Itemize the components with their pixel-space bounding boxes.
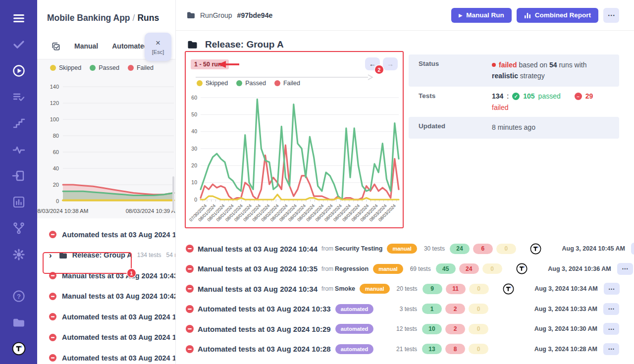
manual-run-button[interactable]: ▶ Manual Run (451, 8, 511, 23)
row-more-button[interactable]: ⋯ (604, 283, 620, 295)
legend-dot-icon (90, 65, 96, 71)
legend-label: Skipped (206, 80, 228, 87)
topbar-actions: ▶ Manual Run Combined Report ⋯ (451, 8, 619, 23)
runs-icon[interactable] (11, 63, 26, 78)
tasks-icon[interactable] (11, 37, 26, 52)
tab-manual[interactable]: Manual (74, 42, 98, 50)
steps-icon[interactable] (11, 116, 26, 131)
legend-dot-icon (274, 80, 280, 86)
pulse-icon[interactable] (11, 142, 26, 157)
reporter-logo-icon (516, 263, 528, 274)
svg-text:50: 50 (191, 111, 197, 117)
expand-chevron-icon[interactable]: › (49, 251, 52, 260)
svg-text:40: 40 (53, 165, 59, 171)
rungroup-label: RunGroup (200, 11, 232, 19)
run-title[interactable]: Manual tests at 03 Aug 2024 10:34 (198, 285, 317, 293)
breadcrumb-separator: / (133, 13, 135, 23)
profile-logo-icon[interactable] (11, 341, 26, 356)
run-title[interactable]: Automated tests at 03 Aug 2024 10:28 (198, 345, 331, 353)
panel-run-item[interactable]: › Automated tests at 03 Aug 2024 10 (37, 327, 175, 348)
bar-chart-icon (524, 12, 531, 19)
run-title[interactable]: Automated tests at 03 Aug 2024 10:29 (198, 325, 331, 333)
run-title[interactable]: Manual tests at 03 Aug 2024 10:44 (198, 245, 317, 253)
run-row-right: 30 tests 24 6 0 Aug 3, 2024 10:45 AM ⋯ (417, 243, 634, 255)
projects-icon[interactable] (11, 315, 26, 330)
close-icon[interactable]: × (156, 39, 160, 47)
runs-history-chart[interactable]: 010203040506007/30/202408/01/202408/01/2… (187, 90, 402, 226)
panel-history-chart[interactable]: 02040608010012014008/03/2024 10:38 AM08/… (37, 73, 176, 217)
svg-text:0: 0 (56, 198, 59, 204)
run-type-badge: automated (335, 324, 374, 334)
run-timestamp: Aug 3, 2024 10:33 AM (524, 306, 597, 312)
run-item-title: Automated tests at 03 Aug 2024 10 (62, 313, 175, 321)
run-item-title: Manual tests at 03 Aug 2024 10:43 (62, 272, 175, 280)
run-timestamp: Aug 3, 2024 10:30 AM (524, 325, 597, 332)
legend-label: Passed (99, 64, 119, 71)
panel-run-item[interactable]: › Manual tests at 03 Aug 2024 10:43 (37, 265, 175, 286)
more-actions-button[interactable]: ⋯ (603, 8, 619, 23)
legend-item: Skipped (50, 64, 81, 71)
run-row[interactable]: Manual tests at 03 Aug 2024 10:35 fromRe… (186, 259, 619, 279)
settings-icon[interactable] (11, 247, 26, 262)
skipped-pill: 0 (496, 244, 516, 254)
run-row[interactable]: Automated tests at 03 Aug 2024 10:28 fro… (186, 339, 619, 360)
run-row[interactable]: Automated tests at 03 Aug 2024 10:33 fro… (186, 299, 619, 319)
run-type-badge: manual (387, 244, 417, 254)
panel-run-item[interactable]: › Manual tests at 03 Aug 2024 10:42 (37, 286, 175, 307)
reporter-logo-icon (503, 283, 514, 295)
legend-label: Failed (283, 80, 300, 87)
help-icon[interactable]: ? (11, 289, 26, 304)
row-more-button[interactable]: ⋯ (603, 323, 619, 335)
row-more-button[interactable]: ⋯ (603, 303, 619, 315)
panel-run-item[interactable]: › Automated tests at 03 Aug 2024 10 (37, 224, 175, 245)
passed-pill: 45 (436, 263, 456, 274)
svg-text:08/03/2024 10:38 AM: 08/03/2024 10:38 AM (37, 208, 88, 214)
app-window: ? Mobile Banking App/Runs Manual Automat… (0, 0, 634, 364)
panel-scrollbar[interactable] (172, 176, 174, 212)
skipped-pill: 0 (469, 344, 488, 354)
combined-report-button[interactable]: Combined Report (517, 8, 598, 23)
chart-pagination: ← → (365, 57, 398, 70)
passed-pill: 13 (422, 344, 442, 354)
reports-icon[interactable] (11, 195, 26, 209)
tab-automated[interactable]: Automated (112, 42, 148, 50)
passed-pill: 9 (423, 284, 442, 294)
run-row[interactable]: Automated tests at 03 Aug 2024 10:29 fro… (186, 319, 619, 339)
run-row-right: 69 tests 45 24 0 Aug 3, 2024 10:36 AM ⋯ (403, 263, 633, 275)
close-panel-button[interactable]: × [Esc] (145, 33, 171, 61)
panel-run-item[interactable]: › Automated tests at 03 Aug 2024 1 (37, 348, 175, 364)
reporter-logo-icon (530, 243, 541, 255)
svg-text:40: 40 (191, 128, 197, 134)
failed-pill: 6 (473, 244, 493, 254)
panel-run-item[interactable]: › Release: Group A 134 tests 54 r (37, 245, 175, 266)
failed-status-icon (49, 354, 56, 362)
row-more-button[interactable]: ⋯ (631, 243, 634, 255)
panel-chart-legend: Skipped Passed Failed (37, 64, 175, 71)
tests-value: 134: ✓ 105 passed – 29 failed (492, 92, 612, 111)
failed-minus-icon: – (575, 93, 582, 100)
row-more-button[interactable]: ⋯ (603, 343, 619, 355)
run-row-right: 3 tests 1 2 0 Aug 3, 2024 10:33 AM ⋯ (389, 303, 619, 315)
run-tests-count: 21 tests (389, 346, 417, 353)
row-more-button[interactable]: ⋯ (617, 263, 633, 275)
panel-run-item[interactable]: › Automated tests at 03 Aug 2024 10 (37, 307, 175, 327)
legend-dot-icon (236, 80, 242, 86)
topbar: RunGroup #97bde94e ▶ Manual Run Combined… (176, 0, 634, 31)
next-runs-button[interactable]: → (383, 57, 398, 70)
test-plans-icon[interactable] (11, 90, 26, 104)
all-runs-tab-icon[interactable] (51, 42, 60, 51)
prev-runs-button[interactable]: ← (365, 57, 380, 70)
reporter-logo-slot (516, 263, 528, 274)
branches-icon[interactable] (11, 221, 26, 236)
run-row[interactable]: Manual tests at 03 Aug 2024 10:34 fromSm… (186, 279, 619, 299)
skipped-pill: 0 (469, 324, 488, 334)
svg-text:0: 0 (194, 197, 197, 203)
updated-value: 8 minutes ago (492, 122, 612, 133)
menu-icon[interactable] (11, 11, 26, 26)
run-title[interactable]: Manual tests at 03 Aug 2024 10:35 (198, 264, 317, 273)
import-icon[interactable] (11, 168, 26, 183)
run-title[interactable]: Automated tests at 03 Aug 2024 10:33 (198, 305, 331, 313)
project-name[interactable]: Mobile Banking App (47, 13, 130, 23)
run-row[interactable]: Manual tests at 03 Aug 2024 10:44 fromSe… (186, 239, 619, 259)
runs-range-label: 1 - 50 runs (191, 59, 229, 69)
